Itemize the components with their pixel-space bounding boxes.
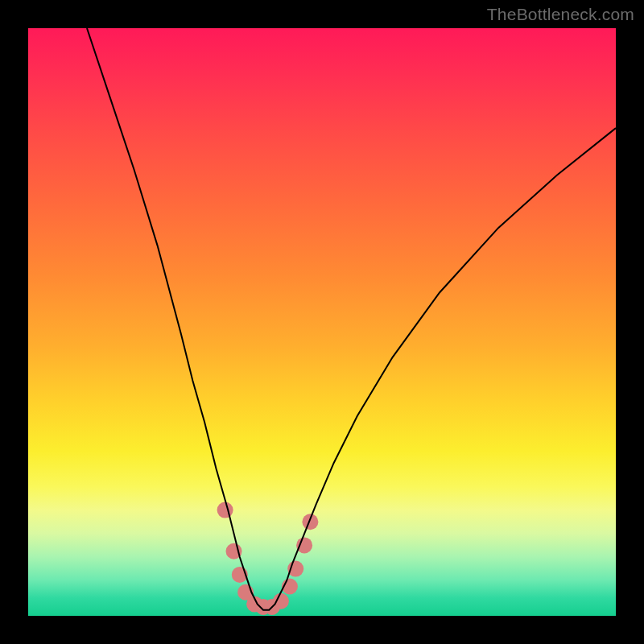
highlight-dot	[296, 537, 312, 553]
bottleneck-curve	[87, 28, 616, 610]
highlight-dot	[273, 593, 289, 609]
marker-layer	[217, 502, 319, 615]
highlight-dot	[217, 502, 233, 518]
highlight-dot	[302, 514, 318, 530]
outer-frame: TheBottleneck.com	[0, 0, 644, 644]
watermark-text: TheBottleneck.com	[487, 5, 634, 24]
plot-area	[28, 28, 616, 616]
chart-svg	[28, 28, 616, 616]
